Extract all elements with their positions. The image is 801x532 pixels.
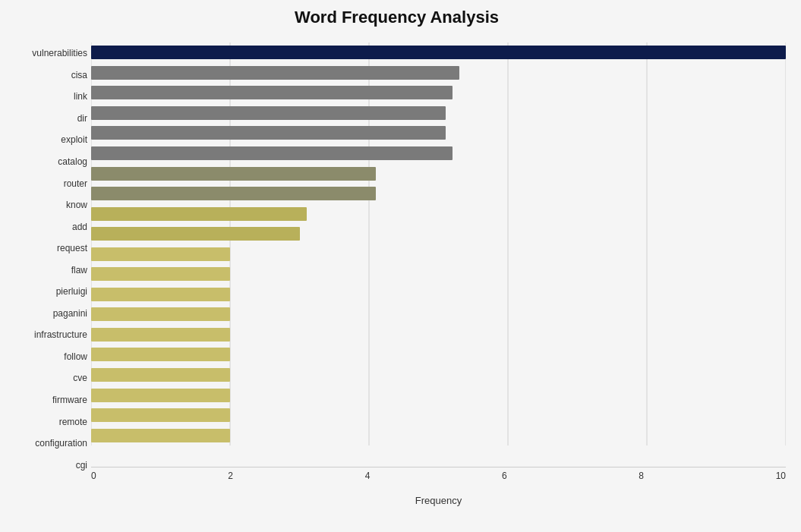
y-axis: vulnerabilitiescisalinkdirexploitcatalog… [8,42,91,476]
y-label-pierluigi: pierluigi [8,282,87,301]
y-label-infrastructure: infrastructure [8,326,87,344]
y-label-cve: cve [8,369,87,387]
bar-cisa [91,66,459,80]
chart-title: Word Frequency Analysis [8,8,786,27]
y-label-cisa: cisa [8,66,87,84]
y-label-catalog: catalog [8,153,87,171]
bar-row [91,326,786,343]
x-axis-container: 0246810 Frequency [91,467,786,506]
y-label-link: link [8,87,87,105]
bar-link [91,86,453,99]
bars-container [91,42,786,445]
y-label-configuration: configuration [8,434,87,452]
bar-flaw [91,247,230,261]
bar-remote [91,389,230,402]
y-label-request: request [8,239,87,257]
x-tick: 0 [91,471,96,481]
bar-row [91,145,786,162]
bar-row [91,266,786,282]
x-tick: 2 [228,471,233,481]
bar-row [91,427,786,444]
bar-row [91,286,786,303]
bar-pierluigi [91,267,230,281]
bar-row [91,165,786,182]
y-label-dir: dir [8,109,87,127]
bar-row [91,185,786,202]
bar-row [91,105,786,121]
bar-cgi [91,429,230,442]
bar-row [91,206,786,222]
bar-infrastructure [91,307,230,321]
bar-row [91,65,786,81]
bar-add [91,207,307,221]
y-label-know: know [8,196,87,214]
x-tick: 4 [365,471,371,481]
chart-container: Word Frequency Analysis vulnerabilitiesc… [0,0,801,532]
bar-row [91,84,786,101]
y-label-flaw: flaw [8,261,87,279]
y-label-remote: remote [8,413,87,431]
y-label-exploit: exploit [8,131,87,149]
bar-dir [91,106,446,120]
bar-row [91,407,786,423]
x-tick: 6 [502,471,507,481]
y-label-follow: follow [8,348,87,366]
bar-request [91,227,300,241]
bar-exploit [91,126,446,140]
y-label-router: router [8,175,87,193]
bar-firmware [91,368,230,382]
x-axis-label: Frequency [91,495,786,506]
x-tick: 8 [639,471,644,481]
bar-know [91,187,376,200]
bar-row [91,306,786,323]
x-tick: 10 [776,471,786,481]
y-label-add: add [8,218,87,236]
bar-router [91,167,376,181]
y-label-paganini: paganini [8,304,87,323]
x-ticks: 0246810 [91,467,786,481]
bar-configuration [91,408,230,422]
bar-follow [91,328,230,342]
bar-row [91,124,786,141]
y-label-vulnerabilities: vulnerabilities [8,44,87,62]
bar-row [91,346,786,363]
bar-catalog [91,146,453,160]
plot-area: 0246810 Frequency [91,42,786,476]
bar-paganini [91,288,230,301]
bar-vulnerabilities [91,46,786,59]
bar-row [91,225,786,242]
bar-row [91,44,786,61]
bar-row [91,387,786,404]
bar-row [91,367,786,383]
y-label-cgi: cgi [8,456,87,474]
y-label-firmware: firmware [8,391,87,409]
chart-area: vulnerabilitiescisalinkdirexploitcatalog… [8,42,786,476]
bar-cve [91,348,230,361]
bar-row [91,246,786,263]
